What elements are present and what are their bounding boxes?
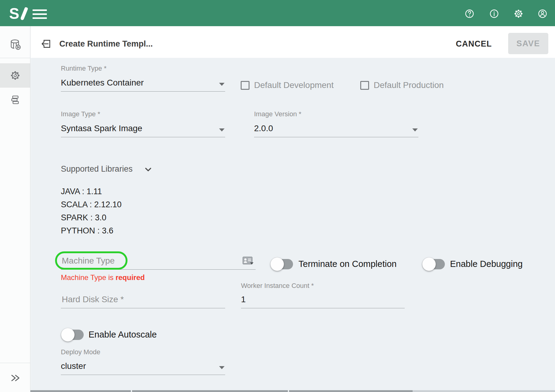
hard-disk-size-placeholder: Hard Disk Size * bbox=[62, 295, 124, 304]
account-icon[interactable] bbox=[537, 8, 548, 19]
deploy-mode-label: Deploy Mode bbox=[61, 348, 100, 356]
help-icon[interactable] bbox=[464, 8, 475, 19]
horizontal-scrollbar[interactable] bbox=[132, 390, 288, 392]
menu-icon[interactable] bbox=[33, 9, 47, 19]
settings-icon[interactable] bbox=[513, 8, 524, 19]
image-type-label: Image Type * bbox=[61, 110, 100, 118]
sidebar-item-processes[interactable] bbox=[0, 88, 30, 112]
default-production-checkbox[interactable]: Default Production bbox=[360, 80, 444, 90]
enable-debugging-toggle[interactable] bbox=[424, 259, 445, 269]
library-scala: SCALA : 2.12.10 bbox=[61, 200, 122, 209]
worker-instance-count-label: Worker Instance Count * bbox=[241, 282, 314, 290]
form-content-area bbox=[31, 58, 555, 392]
deploy-mode-select[interactable]: cluster bbox=[61, 359, 225, 375]
logo-letter: S bbox=[9, 5, 19, 23]
horizontal-scrollbar[interactable] bbox=[289, 390, 413, 392]
default-development-label: Default Development bbox=[254, 80, 333, 90]
image-version-label: Image Version * bbox=[254, 110, 301, 118]
image-version-select[interactable]: 2.0.0 bbox=[254, 121, 418, 137]
back-exit-icon[interactable] bbox=[40, 38, 52, 50]
toggle-thumb bbox=[61, 328, 75, 341]
worker-instance-count-input[interactable]: 1 bbox=[241, 292, 405, 308]
image-version-value: 2.0.0 bbox=[254, 124, 273, 133]
chevron-down-icon bbox=[219, 366, 225, 369]
annotation-highlight-ellipse bbox=[55, 251, 127, 270]
chevron-down-icon bbox=[412, 128, 418, 131]
autofill-contact-icon[interactable] bbox=[243, 257, 254, 266]
top-app-bar: S bbox=[0, 0, 555, 26]
app-window: S bbox=[0, 0, 555, 392]
default-development-checkbox[interactable]: Default Development bbox=[241, 80, 333, 90]
toggle-thumb bbox=[271, 257, 284, 271]
syntasa-logo[interactable]: S bbox=[9, 5, 30, 21]
hard-disk-size-input[interactable]: Hard Disk Size * bbox=[61, 292, 225, 308]
sidebar-divider-bottom bbox=[0, 363, 30, 363]
runtime-type-select[interactable]: Kubernetes Container bbox=[61, 75, 225, 92]
sidebar-expand-button[interactable] bbox=[0, 366, 30, 389]
enable-autoscale-label: Enable Autoscale bbox=[89, 330, 157, 340]
terminate-on-completion-label: Terminate on Completion bbox=[298, 259, 396, 269]
machine-type-error: Machine Type is required bbox=[61, 273, 145, 282]
cancel-button[interactable]: CANCEL bbox=[456, 39, 492, 49]
scrollbar-track bbox=[413, 390, 555, 392]
info-icon[interactable] bbox=[489, 8, 500, 19]
expand-double-chevron-icon bbox=[9, 372, 21, 384]
image-type-value: Syntasa Spark Image bbox=[61, 124, 142, 133]
chevron-down-icon bbox=[144, 165, 153, 174]
library-java: JAVA : 1.11 bbox=[61, 187, 102, 196]
runtime-type-label: Runtime Type * bbox=[61, 65, 106, 72]
left-sidebar bbox=[0, 26, 30, 392]
logo-stroke bbox=[20, 7, 28, 21]
default-production-label: Default Production bbox=[374, 80, 444, 90]
enable-debugging-label: Enable Debugging bbox=[450, 259, 523, 269]
page-title: Create Runtime Templ... bbox=[59, 39, 153, 49]
library-python: PYTHON : 3.6 bbox=[61, 226, 113, 236]
supported-libraries-collapse-toggle[interactable] bbox=[144, 165, 153, 174]
save-button[interactable]: SAVE bbox=[508, 33, 548, 54]
image-type-select[interactable]: Syntasa Spark Image bbox=[61, 121, 225, 137]
runtime-type-value: Kubernetes Container bbox=[61, 78, 144, 88]
chevron-down-icon bbox=[219, 128, 225, 131]
terminate-on-completion-toggle[interactable] bbox=[272, 259, 293, 269]
sidebar-divider-top bbox=[0, 58, 30, 58]
sidebar-item-admin-settings[interactable] bbox=[0, 63, 30, 88]
deploy-mode-value: cluster bbox=[61, 361, 86, 371]
supported-libraries-label: Supported Libraries bbox=[61, 164, 133, 174]
enable-autoscale-toggle[interactable] bbox=[62, 330, 84, 340]
database-run-icon bbox=[9, 38, 22, 51]
checkbox-box-icon bbox=[241, 81, 250, 90]
toggle-thumb bbox=[422, 257, 436, 271]
worker-instance-count-value: 1 bbox=[241, 295, 246, 304]
library-spark: SPARK : 3.0 bbox=[61, 213, 106, 222]
chevron-down-icon bbox=[219, 83, 225, 86]
stack-icon bbox=[9, 93, 22, 106]
horizontal-scrollbar[interactable] bbox=[30, 390, 131, 392]
checkbox-box-icon bbox=[360, 81, 369, 90]
admin-gear-icon bbox=[9, 69, 21, 82]
sidebar-item-datasets[interactable] bbox=[0, 32, 30, 58]
